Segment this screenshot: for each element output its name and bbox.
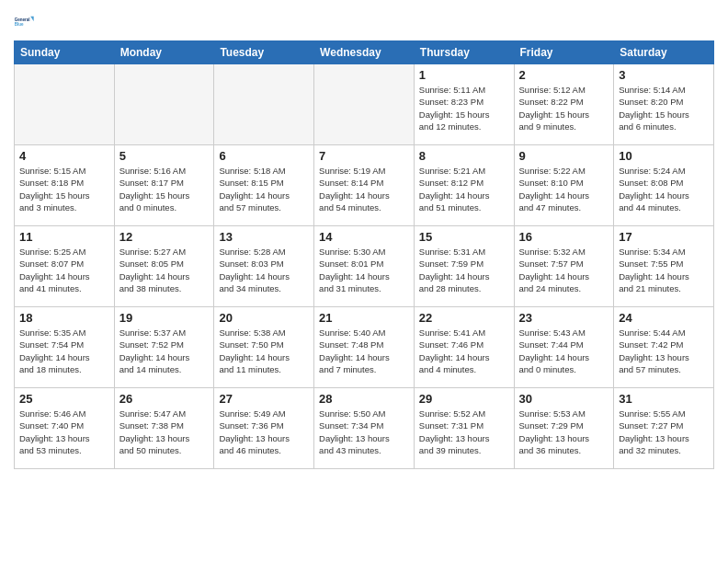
day-info: Sunrise: 5:15 AMSunset: 8:18 PMDaylight:… xyxy=(19,165,109,213)
calendar-cell: 19Sunrise: 5:37 AMSunset: 7:52 PMDayligh… xyxy=(114,307,214,388)
calendar-cell: 9Sunrise: 5:22 AMSunset: 8:10 PMDaylight… xyxy=(514,145,614,226)
page-header: GeneralBlue xyxy=(14,9,714,35)
calendar-cell: 6Sunrise: 5:18 AMSunset: 8:15 PMDaylight… xyxy=(214,145,314,226)
week-row-3: 11Sunrise: 5:25 AMSunset: 8:07 PMDayligh… xyxy=(15,226,714,307)
day-number: 10 xyxy=(619,149,709,163)
week-row-4: 18Sunrise: 5:35 AMSunset: 7:54 PMDayligh… xyxy=(15,307,714,388)
day-info: Sunrise: 5:46 AMSunset: 7:40 PMDaylight:… xyxy=(19,408,109,456)
calendar-cell: 11Sunrise: 5:25 AMSunset: 8:07 PMDayligh… xyxy=(15,226,115,307)
day-number: 7 xyxy=(319,149,409,163)
calendar-cell: 28Sunrise: 5:50 AMSunset: 7:34 PMDayligh… xyxy=(314,388,415,469)
day-number: 16 xyxy=(519,230,609,244)
calendar-cell: 20Sunrise: 5:38 AMSunset: 7:50 PMDayligh… xyxy=(214,307,314,388)
day-info: Sunrise: 5:24 AMSunset: 8:08 PMDaylight:… xyxy=(619,165,709,213)
calendar-cell xyxy=(314,64,415,145)
day-info: Sunrise: 5:28 AMSunset: 8:03 PMDaylight:… xyxy=(219,246,309,294)
week-row-5: 25Sunrise: 5:46 AMSunset: 7:40 PMDayligh… xyxy=(15,388,714,469)
day-number: 30 xyxy=(519,392,609,406)
day-number: 22 xyxy=(419,311,509,325)
calendar-cell: 16Sunrise: 5:32 AMSunset: 7:57 PMDayligh… xyxy=(514,226,614,307)
day-number: 3 xyxy=(619,68,709,82)
calendar-cell: 30Sunrise: 5:53 AMSunset: 7:29 PMDayligh… xyxy=(514,388,614,469)
day-number: 9 xyxy=(519,149,609,163)
calendar-table: SundayMondayTuesdayWednesdayThursdayFrid… xyxy=(14,40,714,469)
calendar-cell: 15Sunrise: 5:31 AMSunset: 7:59 PMDayligh… xyxy=(414,226,514,307)
day-number: 1 xyxy=(419,68,509,82)
day-info: Sunrise: 5:25 AMSunset: 8:07 PMDaylight:… xyxy=(19,246,109,294)
svg-text:Blue: Blue xyxy=(15,22,24,27)
day-info: Sunrise: 5:44 AMSunset: 7:42 PMDaylight:… xyxy=(619,327,709,375)
day-number: 23 xyxy=(519,311,609,325)
weekday-monday: Monday xyxy=(114,41,214,64)
weekday-saturday: Saturday xyxy=(614,41,714,64)
day-info: Sunrise: 5:14 AMSunset: 8:20 PMDaylight:… xyxy=(619,84,709,132)
day-info: Sunrise: 5:47 AMSunset: 7:38 PMDaylight:… xyxy=(119,408,210,456)
day-number: 13 xyxy=(219,230,309,244)
calendar-cell: 23Sunrise: 5:43 AMSunset: 7:44 PMDayligh… xyxy=(514,307,614,388)
weekday-thursday: Thursday xyxy=(414,41,514,64)
day-number: 28 xyxy=(319,392,409,406)
day-info: Sunrise: 5:43 AMSunset: 7:44 PMDaylight:… xyxy=(519,327,609,375)
day-info: Sunrise: 5:38 AMSunset: 7:50 PMDaylight:… xyxy=(219,327,309,375)
calendar-cell: 14Sunrise: 5:30 AMSunset: 8:01 PMDayligh… xyxy=(314,226,415,307)
day-number: 25 xyxy=(19,392,109,406)
calendar-cell: 26Sunrise: 5:47 AMSunset: 7:38 PMDayligh… xyxy=(114,388,214,469)
day-info: Sunrise: 5:32 AMSunset: 7:57 PMDaylight:… xyxy=(519,246,609,294)
day-info: Sunrise: 5:40 AMSunset: 7:48 PMDaylight:… xyxy=(319,327,409,375)
calendar-cell xyxy=(214,64,314,145)
day-number: 19 xyxy=(119,311,210,325)
day-number: 17 xyxy=(619,230,709,244)
day-number: 4 xyxy=(19,149,109,163)
weekday-header-row: SundayMondayTuesdayWednesdayThursdayFrid… xyxy=(15,41,714,64)
calendar-cell: 21Sunrise: 5:40 AMSunset: 7:48 PMDayligh… xyxy=(314,307,415,388)
day-number: 26 xyxy=(119,392,210,406)
day-number: 21 xyxy=(319,311,409,325)
svg-text:General: General xyxy=(15,17,30,22)
calendar-cell: 25Sunrise: 5:46 AMSunset: 7:40 PMDayligh… xyxy=(15,388,115,469)
calendar-cell: 29Sunrise: 5:52 AMSunset: 7:31 PMDayligh… xyxy=(414,388,514,469)
svg-marker-2 xyxy=(30,17,34,22)
calendar-cell: 3Sunrise: 5:14 AMSunset: 8:20 PMDaylight… xyxy=(614,64,714,145)
day-number: 8 xyxy=(419,149,509,163)
day-number: 15 xyxy=(419,230,509,244)
day-info: Sunrise: 5:21 AMSunset: 8:12 PMDaylight:… xyxy=(419,165,509,213)
day-info: Sunrise: 5:37 AMSunset: 7:52 PMDaylight:… xyxy=(119,327,210,375)
day-info: Sunrise: 5:55 AMSunset: 7:27 PMDaylight:… xyxy=(619,408,709,456)
day-info: Sunrise: 5:52 AMSunset: 7:31 PMDaylight:… xyxy=(419,408,509,456)
calendar-cell: 31Sunrise: 5:55 AMSunset: 7:27 PMDayligh… xyxy=(614,388,714,469)
calendar-cell: 7Sunrise: 5:19 AMSunset: 8:14 PMDaylight… xyxy=(314,145,415,226)
day-number: 24 xyxy=(619,311,709,325)
day-info: Sunrise: 5:34 AMSunset: 7:55 PMDaylight:… xyxy=(619,246,709,294)
weekday-tuesday: Tuesday xyxy=(214,41,314,64)
day-info: Sunrise: 5:53 AMSunset: 7:29 PMDaylight:… xyxy=(519,408,609,456)
day-info: Sunrise: 5:30 AMSunset: 8:01 PMDaylight:… xyxy=(319,246,409,294)
calendar-cell: 12Sunrise: 5:27 AMSunset: 8:05 PMDayligh… xyxy=(114,226,214,307)
day-number: 14 xyxy=(319,230,409,244)
calendar-cell: 10Sunrise: 5:24 AMSunset: 8:08 PMDayligh… xyxy=(614,145,714,226)
calendar-cell: 18Sunrise: 5:35 AMSunset: 7:54 PMDayligh… xyxy=(15,307,115,388)
calendar-cell: 1Sunrise: 5:11 AMSunset: 8:23 PMDaylight… xyxy=(414,64,514,145)
calendar-cell: 24Sunrise: 5:44 AMSunset: 7:42 PMDayligh… xyxy=(614,307,714,388)
day-number: 31 xyxy=(619,392,709,406)
calendar-cell: 5Sunrise: 5:16 AMSunset: 8:17 PMDaylight… xyxy=(114,145,214,226)
day-info: Sunrise: 5:11 AMSunset: 8:23 PMDaylight:… xyxy=(419,84,509,132)
day-info: Sunrise: 5:27 AMSunset: 8:05 PMDaylight:… xyxy=(119,246,210,294)
day-number: 18 xyxy=(19,311,109,325)
calendar-cell xyxy=(114,64,214,145)
day-info: Sunrise: 5:22 AMSunset: 8:10 PMDaylight:… xyxy=(519,165,609,213)
day-info: Sunrise: 5:35 AMSunset: 7:54 PMDaylight:… xyxy=(19,327,109,375)
calendar-cell: 22Sunrise: 5:41 AMSunset: 7:46 PMDayligh… xyxy=(414,307,514,388)
day-info: Sunrise: 5:31 AMSunset: 7:59 PMDaylight:… xyxy=(419,246,509,294)
day-info: Sunrise: 5:19 AMSunset: 8:14 PMDaylight:… xyxy=(319,165,409,213)
calendar-cell: 2Sunrise: 5:12 AMSunset: 8:22 PMDaylight… xyxy=(514,64,614,145)
week-row-1: 1Sunrise: 5:11 AMSunset: 8:23 PMDaylight… xyxy=(15,64,714,145)
day-number: 11 xyxy=(19,230,109,244)
calendar-cell: 27Sunrise: 5:49 AMSunset: 7:36 PMDayligh… xyxy=(214,388,314,469)
calendar-cell xyxy=(15,64,115,145)
logo-icon: GeneralBlue xyxy=(14,9,40,35)
day-number: 5 xyxy=(119,149,210,163)
day-info: Sunrise: 5:12 AMSunset: 8:22 PMDaylight:… xyxy=(519,84,609,132)
day-info: Sunrise: 5:41 AMSunset: 7:46 PMDaylight:… xyxy=(419,327,509,375)
calendar-cell: 13Sunrise: 5:28 AMSunset: 8:03 PMDayligh… xyxy=(214,226,314,307)
weekday-friday: Friday xyxy=(514,41,614,64)
